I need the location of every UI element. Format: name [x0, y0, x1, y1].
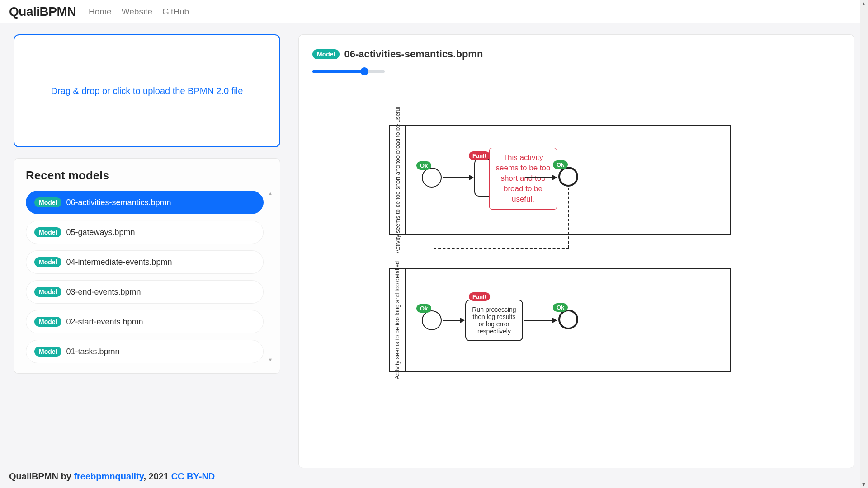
model-name: 06-activities-semantics.bpmn — [66, 198, 171, 207]
page-scrollbar[interactable]: ▲ ▼ — [860, 0, 868, 488]
model-item-1[interactable]: Model 05-gateways.bpmn — [26, 221, 264, 244]
model-item-4[interactable]: Model 02-start-events.bpmn — [26, 310, 264, 333]
ok-badge: Ok — [416, 304, 431, 313]
fault-annotation: This activity seems to be too short and … — [489, 148, 557, 210]
model-item-5[interactable]: Model 01-tasks.bpmn — [26, 340, 264, 363]
recent-models-list: Model 06-activities-semantics.bpmn Model… — [26, 191, 264, 363]
scroll-down-icon[interactable]: ▼ — [861, 482, 866, 487]
pool-2-label: Activity seems to be too long and too de… — [390, 269, 406, 371]
task-2[interactable]: Run processing then log results or log e… — [465, 300, 523, 341]
zoom-slider-fill — [312, 70, 364, 73]
bpmn-diagram[interactable]: Activity seems to be too short and too b… — [389, 125, 733, 378]
model-name: 02-start-events.bpmn — [66, 317, 143, 327]
pool-1-label-text: Activity seems to be too short and too b… — [394, 107, 401, 253]
dropzone-text: Drag & drop or click to upload the BPMN … — [51, 86, 243, 96]
brand-title[interactable]: QualiBPMN — [9, 5, 76, 19]
scroll-up-icon[interactable]: ▲ — [861, 1, 866, 6]
sequence-flow — [524, 320, 557, 321]
model-item-2[interactable]: Model 04-intermediate-events.bpmn — [26, 250, 264, 274]
pool-1-body: Ok Fault This activity seems to be too s… — [406, 126, 730, 234]
upload-dropzone[interactable]: Drag & drop or click to upload the BPMN … — [14, 34, 280, 147]
viewer-title: 06-activities-semantics.bpmn — [344, 48, 483, 60]
model-name: 04-intermediate-events.bpmn — [66, 258, 172, 267]
model-item-3[interactable]: Model 03-end-events.bpmn — [26, 280, 264, 304]
ok-badge: Ok — [553, 160, 568, 169]
message-flow-segment — [568, 188, 569, 248]
ok-badge: Ok — [416, 161, 431, 170]
pool-2[interactable]: Activity seems to be too long and too de… — [389, 268, 731, 372]
pool-1-label: Activity seems to be too short and too b… — [390, 126, 406, 234]
model-badge: Model — [34, 347, 61, 357]
ok-badge: Ok — [553, 303, 568, 312]
message-flow-segment — [434, 248, 569, 249]
model-badge: Model — [34, 287, 61, 297]
nav-link-website[interactable]: Website — [122, 7, 152, 17]
fault-badge: Fault — [469, 151, 490, 160]
footer-prefix: QualiBPMN by — [9, 471, 74, 481]
model-badge: Model — [34, 317, 61, 327]
fault-badge: Fault — [469, 292, 490, 301]
viewer-model-badge: Model — [312, 49, 340, 59]
pool-1[interactable]: Activity seems to be too short and too b… — [389, 125, 731, 235]
end-event-2[interactable] — [558, 310, 578, 329]
main-content: Drag & drop or click to upload the BPMN … — [0, 23, 868, 468]
task-2-text: Run processing then log results or log e… — [470, 306, 519, 335]
viewer-header: Model 06-activities-semantics.bpmn — [312, 48, 840, 60]
nav-links: Home Website GitHub — [89, 7, 189, 17]
scroll-down-icon[interactable]: ▼ — [267, 357, 274, 363]
model-badge: Model — [34, 257, 61, 267]
start-event-2[interactable] — [422, 310, 442, 330]
model-badge: Model — [34, 197, 61, 207]
sequence-flow — [443, 177, 473, 178]
zoom-slider[interactable] — [312, 67, 385, 75]
model-name: 03-end-events.bpmn — [66, 287, 141, 297]
sequence-flow — [525, 177, 557, 178]
footer-license-link[interactable]: CC BY-ND — [171, 471, 215, 481]
model-name: 05-gateways.bpmn — [66, 228, 135, 237]
footer-author-link[interactable]: freebpmnquality — [74, 471, 143, 481]
model-name: 01-tasks.bpmn — [66, 347, 119, 357]
start-event-1[interactable] — [422, 168, 442, 188]
diagram-viewer[interactable]: Model 06-activities-semantics.bpmn Activ… — [298, 34, 854, 468]
left-column: Drag & drop or click to upload the BPMN … — [14, 34, 280, 468]
model-item-0[interactable]: Model 06-activities-semantics.bpmn — [26, 191, 264, 214]
recent-models-title: Recent models — [26, 169, 275, 183]
pool-2-body: Ok Run processing then log results or lo… — [406, 269, 730, 371]
pool-2-label-text: Activity seems to be too long and too de… — [394, 261, 401, 379]
right-column: Model 06-activities-semantics.bpmn Activ… — [298, 34, 854, 468]
footer: QualiBPMN by freebpmnquality, 2021 CC BY… — [9, 471, 215, 482]
footer-mid: , 2021 — [143, 471, 171, 481]
nav-link-github[interactable]: GitHub — [162, 7, 189, 17]
model-badge: Model — [34, 227, 61, 237]
recent-models-scroll: ▲ Model 06-activities-semantics.bpmn Mod… — [26, 191, 275, 363]
end-event-1[interactable] — [558, 167, 578, 187]
zoom-slider-thumb[interactable] — [360, 67, 368, 75]
scroll-up-icon[interactable]: ▲ — [267, 191, 274, 197]
recent-models-card: Recent models ▲ Model 06-activities-sema… — [14, 158, 280, 374]
sequence-flow — [443, 320, 464, 321]
navbar: QualiBPMN Home Website GitHub — [0, 0, 868, 23]
nav-link-home[interactable]: Home — [89, 7, 112, 17]
